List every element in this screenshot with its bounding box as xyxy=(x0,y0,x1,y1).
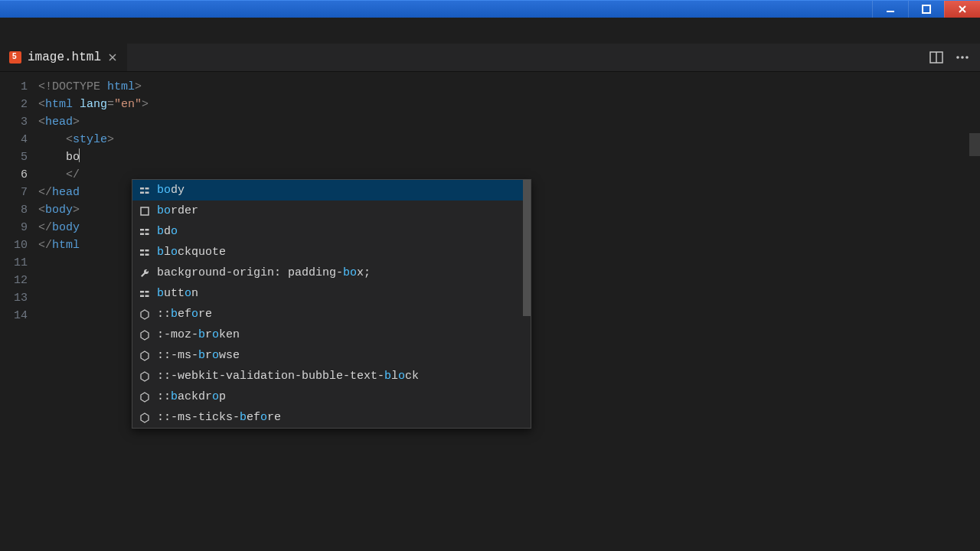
suggest-label: ::-ms-browse xyxy=(157,347,240,364)
suggest-label: ::-webkit-validation-bubble-text-block xyxy=(157,367,419,385)
suggest-label: background-origin: padding-box; xyxy=(157,264,371,282)
code-text: </ xyxy=(38,186,52,199)
suggest-item[interactable]: bdo xyxy=(132,221,531,242)
code-text: > xyxy=(107,133,114,146)
code-text xyxy=(38,151,66,164)
scrollbar-thumb[interactable] xyxy=(969,133,980,156)
autocomplete-popup[interactable]: bodyborderbdoblockquotebackground-origin… xyxy=(132,179,531,429)
line-number: 8 xyxy=(0,201,38,219)
hex-icon xyxy=(139,308,151,321)
window-maximize-button[interactable] xyxy=(908,1,944,18)
suggest-item[interactable]: :-moz-broken xyxy=(132,324,531,345)
code-text: style xyxy=(73,133,107,146)
line-number: 13 xyxy=(0,289,38,307)
line-number: 1 xyxy=(0,78,38,96)
hex-icon xyxy=(139,370,151,383)
suggest-label: bdo xyxy=(157,223,178,240)
window-minimize-button[interactable] xyxy=(872,1,908,18)
suggest-label: body xyxy=(157,181,185,199)
scrollbar[interactable] xyxy=(523,180,531,316)
hex-icon xyxy=(139,329,151,341)
code-text: lang xyxy=(80,98,107,111)
split-editor-icon[interactable] xyxy=(929,51,943,64)
code-text: = xyxy=(107,98,114,111)
code-text: head xyxy=(45,116,73,129)
svg-rect-11 xyxy=(140,187,144,190)
svg-rect-1 xyxy=(923,5,930,13)
suggest-item[interactable]: ::-ms-browse xyxy=(132,345,531,366)
hex-icon xyxy=(139,412,151,424)
svg-rect-13 xyxy=(140,191,144,194)
svg-rect-20 xyxy=(140,249,144,252)
svg-point-8 xyxy=(956,56,959,59)
code-text xyxy=(38,133,66,146)
suggest-item[interactable]: blockquote xyxy=(132,242,531,262)
more-actions-icon[interactable] xyxy=(956,51,969,64)
text-cursor xyxy=(79,148,80,162)
code-text: > xyxy=(135,80,142,93)
code-text: < xyxy=(38,204,45,217)
svg-rect-15 xyxy=(141,207,149,215)
code-text: </ xyxy=(66,168,80,181)
suggest-item[interactable]: ::backdrop xyxy=(132,386,531,407)
svg-rect-21 xyxy=(145,249,149,252)
close-icon[interactable] xyxy=(107,52,118,63)
line-number: 7 xyxy=(0,184,38,201)
wrench-icon xyxy=(139,267,151,279)
tabs: image.html xyxy=(0,44,128,71)
suggest-item[interactable]: body xyxy=(132,180,531,201)
suggest-label: border xyxy=(157,202,198,220)
snippet-icon xyxy=(139,288,151,300)
editor-tab[interactable]: image.html xyxy=(0,44,128,71)
suggest-label: blockquote xyxy=(157,243,226,261)
suggest-label: ::backdrop xyxy=(157,388,226,406)
line-number: 4 xyxy=(0,131,38,148)
suggest-label: ::-ms-ticks-before xyxy=(157,409,281,426)
suggest-label: button xyxy=(157,285,198,302)
code-text: > xyxy=(73,116,80,129)
code-text: < xyxy=(38,98,45,111)
code-text: "en" xyxy=(114,98,142,111)
line-number: 9 xyxy=(0,219,38,236)
suggest-item[interactable]: button xyxy=(132,283,531,304)
code-text: head xyxy=(52,186,80,199)
svg-rect-17 xyxy=(145,229,149,231)
code-text xyxy=(73,98,80,111)
code-area[interactable]: <!DOCTYPE html> <html lang="en"> <head> … xyxy=(38,72,980,551)
line-gutter: 1234567891011121314 xyxy=(0,72,38,551)
snippet-icon xyxy=(139,226,151,238)
suggest-item[interactable]: ::-webkit-validation-bubble-text-block xyxy=(132,366,531,386)
window-close-button[interactable] xyxy=(944,1,980,18)
code-text: html xyxy=(45,98,73,111)
code-text: < xyxy=(38,116,45,129)
svg-rect-27 xyxy=(145,295,149,297)
svg-rect-18 xyxy=(140,233,144,235)
line-number: 2 xyxy=(0,96,38,113)
svg-point-10 xyxy=(965,56,969,59)
code-text: </ xyxy=(38,221,52,234)
svg-rect-14 xyxy=(145,191,149,194)
square-icon xyxy=(139,205,151,217)
hex-icon xyxy=(139,350,151,362)
line-number: 3 xyxy=(0,113,38,131)
suggest-item[interactable]: ::-ms-ticks-before xyxy=(132,407,531,428)
svg-point-9 xyxy=(961,56,964,59)
line-number: 10 xyxy=(0,236,38,254)
suggest-item[interactable]: border xyxy=(132,201,531,221)
editor[interactable]: 1234567891011121314 <!DOCTYPE html> <htm… xyxy=(0,72,980,551)
editor-scrollbar[interactable] xyxy=(969,72,980,551)
svg-rect-23 xyxy=(145,253,149,256)
tab-bar: image.html xyxy=(0,44,980,72)
suggest-item[interactable]: ::before xyxy=(132,304,531,324)
window-titlebar xyxy=(0,0,980,18)
code-text: > xyxy=(73,204,80,217)
hex-icon xyxy=(139,391,151,403)
line-number: 14 xyxy=(0,307,38,324)
svg-rect-22 xyxy=(140,253,144,256)
suggest-label: ::before xyxy=(157,305,212,323)
code-text: < xyxy=(66,133,73,146)
suggest-item[interactable]: background-origin: padding-box; xyxy=(132,262,531,283)
snippet-icon xyxy=(139,184,151,197)
tab-filename: image.html xyxy=(28,51,101,64)
suggest-label: :-moz-broken xyxy=(157,326,240,344)
